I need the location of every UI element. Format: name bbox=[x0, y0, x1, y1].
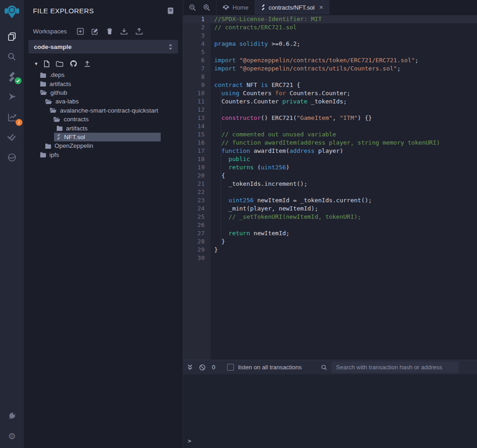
line-number[interactable]: 4 bbox=[183, 40, 211, 48]
tree-item-contracts[interactable]: contracts bbox=[24, 115, 183, 124]
new-folder-icon[interactable] bbox=[56, 61, 63, 67]
listen-transactions-checkbox[interactable] bbox=[227, 364, 234, 371]
tree-item-openzeppelin[interactable]: OpenZeppelin bbox=[24, 141, 183, 150]
unit-testing-icon[interactable] bbox=[5, 131, 19, 144]
code-line[interactable]: 19 returns (uint256) bbox=[183, 163, 477, 172]
tree-item-ava-labs[interactable]: ava-labs bbox=[24, 97, 183, 106]
line-number[interactable]: 23 bbox=[183, 196, 211, 205]
line-number[interactable]: 18 bbox=[183, 155, 211, 163]
line-number[interactable]: 21 bbox=[183, 180, 211, 188]
code-line[interactable]: 23 uint256 newItemId = _tokenIds.current… bbox=[183, 196, 477, 205]
code-line[interactable]: 28 } bbox=[183, 237, 477, 246]
line-number[interactable]: 29 bbox=[183, 246, 211, 254]
line-number[interactable]: 12 bbox=[183, 106, 211, 114]
settings-gear-icon[interactable]: ⚙ bbox=[5, 430, 19, 443]
publish-upload-icon[interactable] bbox=[84, 60, 91, 67]
tree-item-ipfs[interactable]: ipfs bbox=[24, 151, 183, 159]
workspace-select[interactable]: code-sample bbox=[28, 40, 178, 54]
search-icon[interactable] bbox=[5, 50, 19, 63]
line-number[interactable]: 14 bbox=[183, 122, 211, 130]
code-line[interactable]: 8 bbox=[183, 73, 477, 81]
line-number[interactable]: 15 bbox=[183, 130, 211, 139]
code-line[interactable]: 27 return newItemId; bbox=[183, 229, 477, 237]
github-clone-icon[interactable] bbox=[70, 60, 77, 67]
line-number[interactable]: 9 bbox=[183, 81, 211, 89]
line-number[interactable]: 5 bbox=[183, 48, 211, 56]
tree-item-github[interactable]: github bbox=[24, 88, 183, 97]
code-line[interactable]: 12 bbox=[183, 106, 477, 114]
code-line[interactable]: 14 bbox=[183, 122, 477, 130]
code-line[interactable]: 13 constructor() ERC721("GameItem", "ITM… bbox=[183, 114, 477, 122]
line-number[interactable]: 7 bbox=[183, 65, 211, 73]
zoom-in-icon[interactable] bbox=[203, 4, 211, 11]
code-line[interactable]: 24 _mint(player, newItemId); bbox=[183, 205, 477, 213]
code-line[interactable]: 26 bbox=[183, 221, 477, 229]
tree-item--deps[interactable]: .deps bbox=[24, 70, 183, 79]
line-number[interactable]: 25 bbox=[183, 213, 211, 221]
deploy-and-run-icon[interactable] bbox=[5, 91, 19, 103]
tree-item-nft-sol[interactable]: NFT.sol bbox=[24, 133, 183, 141]
tree-item-artifacts[interactable]: artifacts bbox=[24, 124, 183, 132]
code-line[interactable]: 5 bbox=[183, 48, 477, 56]
rename-workspace-icon[interactable] bbox=[92, 28, 99, 35]
code-line[interactable]: 10 using Counters for Counters.Counter; bbox=[183, 89, 477, 97]
zoom-out-icon[interactable] bbox=[189, 4, 196, 11]
create-workspace-icon[interactable] bbox=[77, 28, 84, 35]
tab-close-icon[interactable]: ✕ bbox=[319, 5, 323, 11]
tree-item-artifacts[interactable]: artifacts bbox=[24, 79, 183, 88]
line-number[interactable]: 20 bbox=[183, 172, 211, 180]
code-line[interactable]: 20 { bbox=[183, 172, 477, 180]
line-number[interactable]: 16 bbox=[183, 139, 211, 147]
tab-home[interactable]: Home bbox=[216, 0, 255, 15]
line-number[interactable]: 19 bbox=[183, 163, 211, 172]
line-number[interactable]: 8 bbox=[183, 73, 211, 81]
line-number[interactable]: 13 bbox=[183, 114, 211, 122]
line-number[interactable]: 28 bbox=[183, 237, 211, 246]
code-line[interactable]: 2// contracts/ERC721.sol bbox=[183, 23, 477, 32]
transaction-search-input[interactable] bbox=[331, 362, 459, 373]
terminal-console[interactable]: > bbox=[183, 374, 477, 448]
line-number[interactable]: 30 bbox=[183, 254, 211, 262]
code-line[interactable]: 6import "@openzeppelin/contracts/token/E… bbox=[183, 56, 477, 65]
upload-workspace-icon[interactable] bbox=[136, 28, 143, 35]
line-number[interactable]: 10 bbox=[183, 89, 211, 97]
line-number[interactable]: 27 bbox=[183, 229, 211, 237]
code-line[interactable]: 30 bbox=[183, 254, 477, 262]
code-line[interactable]: 17 function awardItem(address player) bbox=[183, 147, 477, 155]
line-number[interactable]: 22 bbox=[183, 188, 211, 196]
tab-nft-sol[interactable]: contracts/NFT.sol ✕ bbox=[255, 0, 330, 15]
terminal-clear-icon[interactable] bbox=[199, 364, 206, 371]
line-number[interactable]: 2 bbox=[183, 23, 211, 32]
delete-workspace-icon[interactable] bbox=[107, 28, 113, 35]
code-line[interactable]: 4pragma solidity >=0.6.2; bbox=[183, 40, 477, 48]
line-number[interactable]: 1 bbox=[183, 15, 211, 23]
code-line[interactable]: 22 bbox=[183, 188, 477, 196]
code-line[interactable]: 25 // _setTokenURI(newItemId, tokenURI); bbox=[183, 213, 477, 221]
analytics-icon[interactable]: 1 bbox=[5, 111, 19, 124]
line-number[interactable]: 17 bbox=[183, 147, 211, 155]
plugin-manager-icon[interactable] bbox=[5, 410, 19, 422]
code-line[interactable]: 29} bbox=[183, 246, 477, 254]
code-line[interactable]: 15 // commented out unused variable bbox=[183, 130, 477, 139]
code-line[interactable]: 3 bbox=[183, 32, 477, 40]
file-explorer-icon[interactable] bbox=[5, 30, 19, 43]
line-number[interactable]: 3 bbox=[183, 32, 211, 40]
code-line[interactable]: 9contract NFT is ERC721 { bbox=[183, 81, 477, 89]
code-line[interactable]: 1//SPDX-License-Identifier: MIT bbox=[183, 15, 477, 23]
line-number[interactable]: 11 bbox=[183, 97, 211, 106]
code-editor[interactable]: 1//SPDX-License-Identifier: MIT2// contr… bbox=[183, 15, 477, 360]
code-line[interactable]: 21 _tokenIds.increment(); bbox=[183, 180, 477, 188]
solidity-compiler-icon[interactable] bbox=[5, 70, 19, 83]
line-number[interactable]: 6 bbox=[183, 56, 211, 65]
collapse-caret-icon[interactable]: ▾ bbox=[35, 60, 38, 67]
code-line[interactable]: 7import "@openzeppelin/contracts/utils/C… bbox=[183, 65, 477, 73]
docs-book-icon[interactable] bbox=[168, 7, 173, 14]
tree-item-avalanche-smart-contract-quickstart[interactable]: avalanche-smart-contract-quickstart bbox=[24, 106, 183, 115]
line-number[interactable]: 26 bbox=[183, 221, 211, 229]
code-line[interactable]: 16 // function awardItem(address player,… bbox=[183, 139, 477, 147]
plugin-icon[interactable] bbox=[5, 151, 19, 164]
line-number[interactable]: 24 bbox=[183, 205, 211, 213]
terminal-collapse-icon[interactable] bbox=[187, 364, 193, 370]
code-line[interactable]: 11 Counters.Counter private _tokenIds; bbox=[183, 97, 477, 106]
new-file-icon[interactable] bbox=[44, 60, 49, 67]
